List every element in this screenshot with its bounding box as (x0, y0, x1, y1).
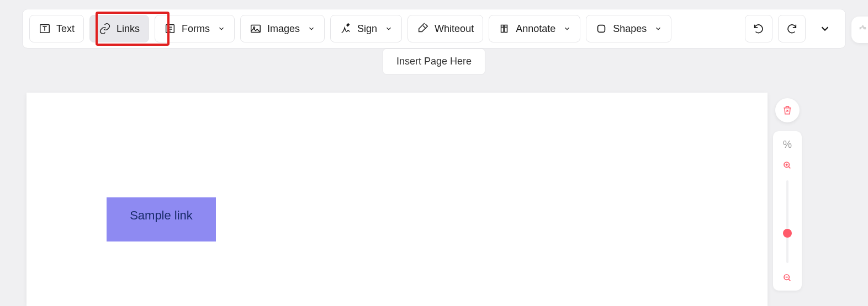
redo-icon (786, 23, 798, 35)
text-button[interactable]: Text (29, 15, 84, 42)
chevron-down-icon (218, 25, 225, 33)
insert-page-button[interactable]: Insert Page Here (383, 49, 485, 74)
chevron-down-icon (563, 25, 571, 33)
trash-icon (782, 105, 793, 116)
forms-label: Forms (182, 23, 210, 35)
zoom-percent-label: % (783, 139, 792, 151)
links-button[interactable]: Links (89, 15, 149, 42)
shapes-icon (595, 23, 607, 35)
delete-button[interactable] (775, 98, 800, 122)
zoom-panel: % (773, 131, 802, 291)
forms-icon (164, 23, 176, 35)
chevron-down-icon (819, 23, 831, 35)
chevron-down-icon (654, 25, 662, 33)
undo-icon (753, 23, 765, 35)
text-icon (39, 23, 51, 35)
eraser-icon (417, 23, 429, 35)
toolbar: Text Links Forms (22, 9, 846, 49)
zoom-in-button[interactable] (782, 160, 792, 170)
images-button[interactable]: Images (240, 15, 325, 42)
collapse-toolbar-button[interactable] (811, 15, 839, 42)
annotate-label: Annotate (516, 23, 555, 35)
svg-rect-4 (598, 25, 605, 33)
extension-tab[interactable] (851, 17, 868, 43)
links-label: Links (117, 23, 140, 35)
whiteout-label: Whiteout (435, 23, 474, 35)
sign-icon (340, 23, 352, 35)
annotate-icon (498, 23, 510, 35)
document-page[interactable]: Sample link (27, 93, 768, 306)
zoom-in-icon (783, 161, 792, 170)
image-icon (250, 23, 262, 35)
sample-link-annotation[interactable]: Sample link (107, 197, 216, 241)
shapes-label: Shapes (613, 23, 647, 35)
redo-button[interactable] (778, 15, 806, 42)
puzzle-icon (856, 24, 867, 35)
zoom-out-icon (783, 273, 792, 282)
sign-label: Sign (357, 23, 377, 35)
zoom-slider-track[interactable] (786, 180, 788, 263)
insert-page-label: Insert Page Here (396, 56, 472, 67)
chevron-down-icon (308, 25, 315, 33)
undo-button[interactable] (745, 15, 772, 42)
images-label: Images (267, 23, 300, 35)
sample-link-text: Sample link (130, 208, 193, 223)
zoom-out-button[interactable] (782, 273, 792, 283)
zoom-slider-thumb[interactable] (783, 229, 792, 238)
link-icon (99, 23, 111, 35)
whiteout-button[interactable]: Whiteout (407, 15, 483, 42)
sign-button[interactable]: Sign (330, 15, 402, 42)
forms-button[interactable]: Forms (155, 15, 235, 42)
annotate-button[interactable]: Annotate (489, 15, 580, 42)
text-label: Text (56, 23, 75, 35)
chevron-down-icon (385, 25, 393, 33)
shapes-button[interactable]: Shapes (586, 15, 671, 42)
